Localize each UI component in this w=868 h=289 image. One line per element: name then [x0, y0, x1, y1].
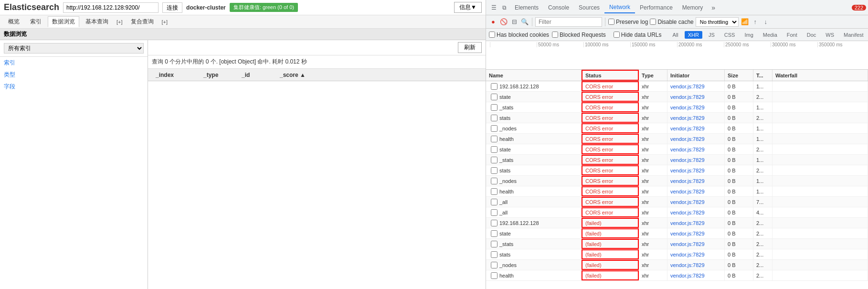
dt-disable-cache-checkbox[interactable] — [650, 19, 656, 25]
dt-network-row[interactable]: health CORS error xhr vendor.js:7829 0 B… — [486, 186, 868, 197]
dt-network-row[interactable]: health (failed) xhr vendor.js:7829 0 B 2… — [486, 270, 868, 281]
dt-network-row[interactable]: _nodes (failed) xhr vendor.js:7829 0 B 2… — [486, 260, 868, 270]
dt-offline-icon[interactable]: 📶 — [741, 18, 749, 26]
dt-filter-media[interactable]: Media — [760, 31, 781, 39]
sidebar-item-index[interactable]: 索引 — [0, 57, 148, 69]
dt-row-checkbox[interactable] — [491, 136, 498, 142]
nav-basic-query-add[interactable]: [+] — [115, 19, 125, 25]
dt-tab-network[interactable]: Network — [604, 2, 635, 13]
dt-network-row[interactable]: _stats CORS error xhr vendor.js:7829 0 B… — [486, 102, 868, 113]
dt-row-checkbox[interactable] — [491, 178, 498, 184]
dt-col-name-header[interactable]: Name — [486, 70, 582, 81]
dt-col-size-header[interactable]: Size — [725, 70, 753, 81]
dt-disable-cache-label[interactable]: Disable cache — [650, 19, 693, 25]
dt-preserve-log-label[interactable]: Preserve log — [608, 19, 648, 25]
dt-col-initiator-header[interactable]: Initiator — [667, 70, 725, 81]
dt-row-checkbox[interactable] — [491, 262, 498, 268]
dt-blocked-requests-label[interactable]: Blocked Requests — [552, 32, 606, 38]
dt-network-row[interactable]: stats CORS error xhr vendor.js:7829 0 B … — [486, 113, 868, 123]
sidebar-item-type[interactable]: 类型 — [0, 69, 148, 81]
dt-col-waterfall-header[interactable]: Waterfall — [773, 70, 868, 81]
dt-row-initiator[interactable]: vendor.js:7829 — [667, 165, 725, 175]
dt-filter-all[interactable]: All — [669, 31, 682, 39]
dt-tab-elements[interactable]: Elements — [510, 2, 543, 13]
dt-filter-img[interactable]: Img — [741, 31, 756, 39]
sidebar-item-field[interactable]: 字段 — [0, 81, 148, 93]
dt-upload-icon[interactable]: ↑ — [751, 18, 760, 26]
dt-hide-data-urls-label[interactable]: Hide data URLs — [614, 32, 662, 38]
dt-row-initiator[interactable]: vendor.js:7829 — [667, 102, 725, 112]
dt-filter-xhr[interactable]: XHR — [685, 31, 702, 39]
dt-row-checkbox[interactable] — [491, 94, 498, 100]
dt-row-initiator[interactable]: vendor.js:7829 — [667, 155, 725, 165]
dt-has-blocked-cookies-checkbox[interactable] — [489, 32, 495, 38]
dt-row-initiator[interactable]: vendor.js:7829 — [667, 134, 725, 144]
nav-basic-query[interactable]: 基本查询 — [81, 16, 113, 27]
dt-tab-console[interactable]: Console — [543, 2, 574, 13]
nav-complex-query-add[interactable]: [+] — [160, 19, 170, 25]
dt-row-initiator[interactable]: vendor.js:7829 — [667, 176, 725, 186]
dt-filter-css[interactable]: CSS — [721, 31, 739, 39]
dt-blocked-requests-checkbox[interactable] — [552, 32, 558, 38]
dt-network-row[interactable]: stats CORS error xhr vendor.js:7829 0 B … — [486, 165, 868, 176]
es-connect-button[interactable]: 连接 — [162, 2, 182, 13]
dt-row-initiator[interactable]: vendor.js:7829 — [667, 239, 725, 249]
dt-row-checkbox[interactable] — [491, 188, 498, 195]
dt-download-icon[interactable]: ↓ — [762, 18, 770, 26]
dt-hide-data-urls-checkbox[interactable] — [614, 32, 620, 38]
es-info-button[interactable]: 信息▼ — [454, 2, 482, 13]
dt-dock-icon[interactable]: ⧉ — [500, 4, 508, 11]
es-col-type[interactable]: _type — [200, 71, 238, 79]
dt-network-row[interactable]: state (failed) xhr vendor.js:7829 0 B 2.… — [486, 228, 868, 239]
dt-row-checkbox[interactable] — [491, 146, 498, 153]
es-url-input[interactable] — [63, 2, 159, 13]
dt-row-checkbox[interactable] — [491, 104, 498, 111]
dt-row-checkbox[interactable] — [491, 241, 498, 247]
dt-search-button[interactable]: 🔍 — [520, 18, 529, 26]
dt-filter-font[interactable]: Font — [783, 31, 801, 39]
dt-network-row[interactable]: _all CORS error xhr vendor.js:7829 0 B 7… — [486, 197, 868, 207]
nav-index[interactable]: 索引 — [26, 16, 46, 27]
dt-network-row[interactable]: health CORS error xhr vendor.js:7829 0 B… — [486, 134, 868, 144]
dt-row-initiator[interactable]: vendor.js:7829 — [667, 81, 725, 91]
dt-network-row[interactable]: _nodes CORS error xhr vendor.js:7829 0 B… — [486, 176, 868, 186]
dt-filter-toggle-button[interactable]: ⊟ — [510, 18, 519, 26]
dt-has-blocked-cookies-label[interactable]: Has blocked cookies — [489, 32, 549, 38]
dt-row-initiator[interactable]: vendor.js:7829 — [667, 92, 725, 102]
dt-clear-button[interactable]: 🚫 — [499, 18, 508, 26]
dt-network-row[interactable]: state CORS error xhr vendor.js:7829 0 B … — [486, 92, 868, 102]
dt-network-row[interactable]: _stats CORS error xhr vendor.js:7829 0 B… — [486, 155, 868, 165]
dt-network-row[interactable]: _stats (failed) xhr vendor.js:7829 0 B 2… — [486, 239, 868, 249]
dt-network-row[interactable]: 192.168.122.128 CORS error xhr vendor.js… — [486, 81, 868, 92]
es-col-index[interactable]: _index — [152, 71, 200, 79]
dt-row-initiator[interactable]: vendor.js:7829 — [667, 260, 725, 270]
dt-tab-sources[interactable]: Sources — [574, 2, 604, 13]
dt-record-button[interactable]: ● — [489, 18, 498, 26]
dt-preserve-log-checkbox[interactable] — [608, 19, 614, 25]
dt-col-time-header[interactable]: T... — [753, 70, 773, 81]
dt-network-row[interactable]: 192.168.122.128 (failed) xhr vendor.js:7… — [486, 218, 868, 228]
nav-data-browse[interactable]: 数据浏览 — [48, 16, 79, 27]
dt-row-initiator[interactable]: vendor.js:7829 — [667, 228, 725, 238]
es-refresh-button[interactable]: 刷新 — [458, 42, 482, 53]
dt-filter-doc[interactable]: Doc — [804, 31, 820, 39]
dt-row-initiator[interactable]: vendor.js:7829 — [667, 197, 725, 207]
dt-tab-performance[interactable]: Performance — [635, 2, 677, 13]
dt-row-checkbox[interactable] — [491, 272, 498, 279]
dt-row-initiator[interactable]: vendor.js:7829 — [667, 186, 725, 196]
dt-sidebar-toggle-icon[interactable]: ☰ — [490, 4, 498, 11]
nav-complex-query[interactable]: 复合查询 — [127, 16, 158, 27]
nav-overview[interactable]: 概览 — [4, 16, 24, 27]
dt-filter-input[interactable] — [535, 17, 602, 27]
dt-row-initiator[interactable]: vendor.js:7829 — [667, 207, 725, 217]
dt-row-checkbox[interactable] — [491, 209, 498, 216]
dt-network-row[interactable]: _all CORS error xhr vendor.js:7829 0 B 4… — [486, 207, 868, 218]
dt-row-checkbox[interactable] — [491, 167, 498, 174]
dt-row-checkbox[interactable] — [491, 220, 498, 226]
es-index-select[interactable]: 所有索引 — [4, 43, 144, 54]
dt-filter-ws[interactable]: WS — [822, 31, 837, 39]
dt-col-type-header[interactable]: Type — [639, 70, 667, 81]
dt-row-initiator[interactable]: vendor.js:7829 — [667, 123, 725, 133]
dt-tab-memory[interactable]: Memory — [677, 2, 708, 13]
dt-row-initiator[interactable]: vendor.js:7829 — [667, 113, 725, 123]
